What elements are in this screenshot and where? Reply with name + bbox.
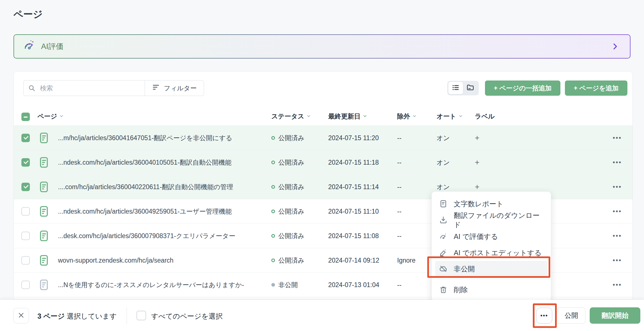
footer-divider xyxy=(127,308,127,324)
unpublish-cloud-icon xyxy=(439,265,448,273)
status-cell: 非公開 xyxy=(271,281,298,289)
ai-evaluation-banner[interactable]: AI評価 xyxy=(14,34,630,59)
select-all-pages-label: すべてのページを選択 xyxy=(151,312,223,321)
folder-view-icon xyxy=(466,84,474,93)
ai-edit-icon xyxy=(439,249,448,257)
bulk-add-pages-button[interactable]: + ページの一括追加 xyxy=(485,80,560,96)
status-text: 公開済み xyxy=(278,256,305,265)
page-url: wovn-support.zendesk.com/hc/ja/search xyxy=(58,257,173,264)
context-menu-item[interactable]: 文字数レポート xyxy=(432,196,551,212)
ai-gauge-icon xyxy=(23,39,36,53)
updated-date: 2024-07-15 11:08 xyxy=(328,232,379,240)
row-actions-button[interactable]: ••• xyxy=(613,257,622,264)
exclusion-value: -- xyxy=(397,232,401,240)
context-menu-item[interactable]: AI で評価する xyxy=(432,228,551,245)
folder-view-button[interactable] xyxy=(463,82,478,94)
status-dot-icon xyxy=(271,161,275,164)
row-checkbox[interactable] xyxy=(21,281,30,289)
page-url: ...Nを使用するのに-オススメのレンタルサーバーはありますか- xyxy=(58,281,244,289)
selection-label: 選択しています xyxy=(67,312,117,320)
search-icon xyxy=(28,84,36,93)
table-header: ページ ステータス 最終更新日 除外 オート ラベル xyxy=(14,108,632,126)
context-menu-item[interactable]: 非公開 xyxy=(435,261,547,277)
status-cell: 公開済み xyxy=(271,183,305,191)
status-cell: 公開済み xyxy=(271,256,305,265)
search-input[interactable] xyxy=(23,80,145,96)
row-actions-button[interactable]: ••• xyxy=(613,159,622,166)
report-icon xyxy=(439,200,448,208)
updated-date: 2024-07-15 11:18 xyxy=(328,159,379,166)
row-actions-button[interactable]: ••• xyxy=(613,183,622,191)
exclusion-value: -- xyxy=(397,159,401,166)
row-actions-button[interactable]: ••• xyxy=(613,281,622,288)
page-url: ....com/hc/ja/articles/360040220611-翻訳自動… xyxy=(58,183,233,191)
page-doc-icon xyxy=(39,132,49,144)
updated-date: 2024-07-13 01:04 xyxy=(328,281,379,289)
context-menu-item[interactable]: 翻訳ファイルのダウンロード xyxy=(432,212,551,228)
add-label-button[interactable]: + xyxy=(475,158,479,166)
page-doc-icon xyxy=(39,181,49,193)
close-selection-button[interactable] xyxy=(13,308,29,323)
exclusion-value: -- xyxy=(397,134,401,142)
chevron-down-icon-active xyxy=(363,113,367,120)
bulk-more-actions-button[interactable]: ••• xyxy=(536,308,552,324)
publish-button[interactable]: 公開 xyxy=(557,307,585,324)
chevron-down-icon xyxy=(306,113,311,120)
page-url: ...ndesk.com/hc/ja/articles/360040105051… xyxy=(58,158,231,167)
header-exclusion[interactable]: 除外 xyxy=(397,112,417,121)
chevron-down-icon xyxy=(412,113,417,120)
selection-count: 3 ページ xyxy=(37,312,65,320)
status-dot-icon xyxy=(271,234,275,238)
page-doc-icon xyxy=(39,157,49,168)
table-row[interactable]: ...m/hc/ja/articles/360041647051-翻訳ページを非… xyxy=(14,126,632,150)
row-context-menu: 文字数レポート 翻訳ファイルのダウンロード AI で評価する AI でポストエデ… xyxy=(431,191,551,301)
updated-date: 2024-07-14 09:12 xyxy=(328,257,379,264)
status-text: 非公開 xyxy=(278,281,298,289)
header-page[interactable]: ページ xyxy=(37,112,64,121)
pages-screen: ページ AI評価 xyxy=(0,0,644,331)
row-checkbox[interactable] xyxy=(21,207,30,216)
context-menu-item-label: AI でポストエディットする xyxy=(454,248,542,258)
row-checkbox[interactable] xyxy=(21,232,30,240)
banner-label: AI評価 xyxy=(41,41,64,52)
row-checkbox[interactable] xyxy=(21,134,30,142)
updated-date: 2024-07-15 11:10 xyxy=(328,208,379,215)
search-filter-group: フィルター xyxy=(23,80,204,96)
list-view-icon xyxy=(452,84,460,93)
list-view-button[interactable] xyxy=(448,82,463,94)
header-updated[interactable]: 最終更新日 xyxy=(328,112,367,121)
trash-icon xyxy=(439,285,448,294)
add-label-button[interactable]: + xyxy=(475,183,479,191)
close-icon xyxy=(18,312,24,320)
context-menu-item[interactable]: 削除 xyxy=(432,281,551,298)
start-translation-button[interactable]: 翻訳開始 xyxy=(590,307,640,324)
status-dot-icon xyxy=(271,210,275,213)
select-all-pages-checkbox[interactable] xyxy=(137,311,146,320)
context-menu-item[interactable]: AI でポストエディットする xyxy=(432,245,551,261)
add-page-button[interactable]: + ページを追加 xyxy=(565,80,627,96)
row-actions-button[interactable]: ••• xyxy=(613,208,622,215)
chevron-down-icon xyxy=(458,113,463,120)
status-dot-icon xyxy=(271,259,275,262)
row-checkbox[interactable] xyxy=(21,256,30,265)
page-doc-icon xyxy=(39,255,49,266)
status-dot-icon xyxy=(271,283,275,287)
filter-button[interactable]: フィルター xyxy=(145,80,204,96)
add-label-button[interactable]: + xyxy=(475,134,479,142)
context-menu-item-label: 削除 xyxy=(454,285,468,294)
context-menu-item-label: 文字数レポート xyxy=(454,199,504,209)
auto-value: オン xyxy=(437,134,450,142)
header-label: ラベル xyxy=(475,112,495,121)
row-actions-button[interactable]: ••• xyxy=(613,134,622,142)
select-all-rows-checkbox[interactable] xyxy=(21,113,30,121)
row-checkbox[interactable] xyxy=(21,158,30,167)
table-row[interactable]: ...ndesk.com/hc/ja/articles/360040105051… xyxy=(14,150,632,175)
header-auto[interactable]: オート xyxy=(437,112,463,121)
chevron-right-icon[interactable] xyxy=(611,42,619,51)
updated-date: 2024-07-15 11:14 xyxy=(328,183,379,191)
header-status[interactable]: ステータス xyxy=(271,112,311,121)
row-checkbox[interactable] xyxy=(21,183,30,191)
row-actions-button[interactable]: ••• xyxy=(613,232,622,240)
status-text: 公開済み xyxy=(278,183,305,191)
exclusion-value: -- xyxy=(397,281,401,289)
